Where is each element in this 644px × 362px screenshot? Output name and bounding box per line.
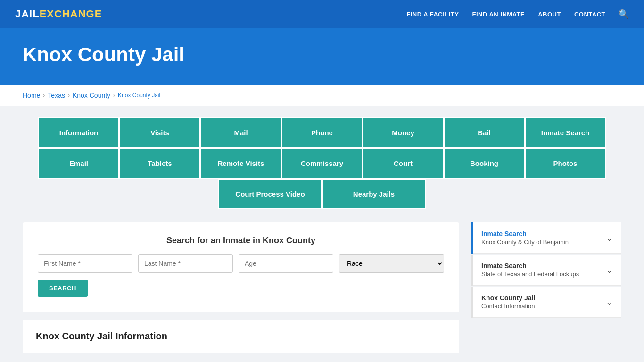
chevron-down-icon-3: ⌄ [606,297,613,307]
btn-inmate-search[interactable]: Inmate Search [525,117,606,148]
nav-links: FIND A FACILITY FIND AN INMATE ABOUT CON… [406,9,629,19]
first-name-input[interactable] [38,254,132,273]
sidebar-card-subtitle-knox: Knox County & City of Benjamin [481,239,569,246]
right-sidebar: Inmate Search Knox County & City of Benj… [471,222,621,319]
btn-row-3: Court Process Video Nearby Jails [23,179,621,209]
btn-nearby-jails[interactable]: Nearby Jails [322,179,426,209]
btn-money[interactable]: Money [363,117,444,148]
sidebar-card-text-texas: Inmate Search State of Texas and Federal… [481,262,579,278]
btn-mail[interactable]: Mail [200,117,281,148]
btn-information[interactable]: Information [38,117,119,148]
inmate-search-box: Search for an Inmate in Knox County Race… [23,222,459,312]
info-section: Knox County Jail Information [23,320,459,353]
btn-phone[interactable]: Phone [281,117,363,148]
search-title: Search for an Inmate in Knox County [38,236,444,246]
btn-visits[interactable]: Visits [119,117,200,148]
sidebar-card-subtitle-contact: Contact Information [481,303,535,310]
nav-find-inmate[interactable]: FIND AN INMATE [472,11,525,18]
breadcrumb-current: Knox County Jail [118,92,160,99]
sidebar-card-header-knox[interactable]: Inmate Search Knox County & City of Benj… [473,222,621,254]
race-select[interactable]: Race White Black Hispanic Asian Native A… [339,254,444,273]
breadcrumb-sep-1: › [43,92,45,99]
sidebar-card-contact-info: Knox County Jail Contact Information ⌄ [471,287,621,318]
breadcrumb-sep-3: › [113,92,115,99]
sidebar-card-title-contact: Knox County Jail [481,294,535,302]
sidebar-card-subtitle-texas: State of Texas and Federal Lockups [481,271,579,278]
page-title: Knox County Jail [23,43,621,66]
chevron-down-icon-2: ⌄ [606,265,613,275]
content-area: Search for an Inmate in Knox County Race… [23,222,621,353]
btn-booking[interactable]: Booking [444,148,525,179]
btn-court-process-video[interactable]: Court Process Video [218,179,322,209]
nav-button-grid: Information Visits Mail Phone Money Bail… [23,117,621,209]
info-title: Knox County Jail Information [36,331,446,342]
main-content: Information Visits Mail Phone Money Bail… [0,106,644,362]
hero-section: Knox County Jail [0,28,644,85]
sidebar-card-header-contact[interactable]: Knox County Jail Contact Information ⌄ [473,287,621,318]
breadcrumb-home[interactable]: Home [23,91,40,99]
age-input[interactable] [239,254,333,273]
search-button[interactable]: SEARCH [38,280,88,297]
logo-exchange: EXCHANGE [40,8,102,20]
sidebar-card-text-contact: Knox County Jail Contact Information [481,294,535,310]
btn-court[interactable]: Court [363,148,444,179]
search-fields: Race White Black Hispanic Asian Native A… [38,254,444,273]
btn-bail[interactable]: Bail [444,117,525,148]
btn-remote-visits[interactable]: Remote Visits [200,148,281,179]
chevron-down-icon: ⌄ [606,233,613,243]
sidebar-card-inmate-search-texas: Inmate Search State of Texas and Federal… [471,255,621,286]
btn-email[interactable]: Email [38,148,119,179]
nav-about[interactable]: ABOUT [538,11,561,18]
logo[interactable]: JAILEXCHANGE [15,8,102,20]
logo-jail: JAIL [15,8,40,20]
left-panel: Search for an Inmate in Knox County Race… [23,222,459,353]
breadcrumb-sep-2: › [68,92,70,99]
last-name-input[interactable] [138,254,233,273]
btn-photos[interactable]: Photos [525,148,606,179]
sidebar-card-text-knox: Inmate Search Knox County & City of Benj… [481,230,569,246]
breadcrumb: Home › Texas › Knox County › Knox County… [0,85,644,106]
sidebar-card-title-knox: Inmate Search [481,230,569,238]
breadcrumb-texas[interactable]: Texas [48,91,65,99]
btn-tablets[interactable]: Tablets [119,148,200,179]
nav-find-facility[interactable]: FIND A FACILITY [406,11,459,18]
nav-contact[interactable]: CONTACT [574,11,605,18]
navbar: JAILEXCHANGE FIND A FACILITY FIND AN INM… [0,0,644,28]
sidebar-card-header-texas[interactable]: Inmate Search State of Texas and Federal… [473,255,621,286]
breadcrumb-knox-county[interactable]: Knox County [73,91,110,99]
btn-row-2: Email Tablets Remote Visits Commissary C… [23,148,621,179]
sidebar-card-title-texas: Inmate Search [481,262,579,270]
btn-row-1: Information Visits Mail Phone Money Bail… [23,117,621,148]
sidebar-card-inmate-search-knox: Inmate Search Knox County & City of Benj… [471,222,621,254]
search-icon[interactable]: 🔍 [619,9,629,19]
btn-commissary[interactable]: Commissary [281,148,363,179]
